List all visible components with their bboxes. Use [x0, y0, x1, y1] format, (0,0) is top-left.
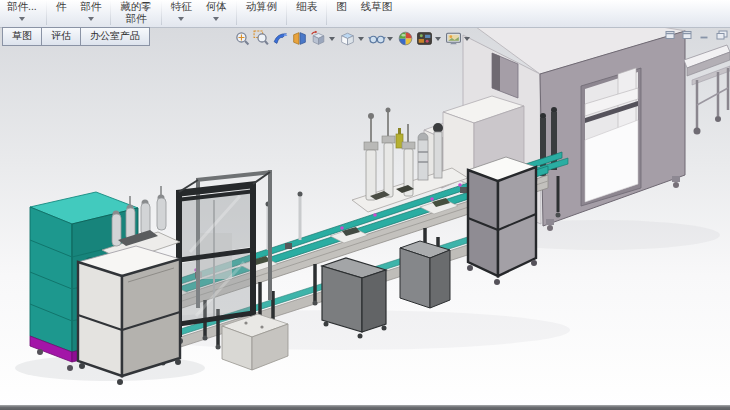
- toolbar-separator: [326, 1, 327, 25]
- chevron-down-icon: [213, 17, 219, 21]
- toolbar-separator: [161, 1, 162, 25]
- command-button-label: 线草图: [361, 1, 393, 12]
- command-button-label: 件: [56, 1, 67, 12]
- edit-appearance-icon[interactable]: [396, 29, 415, 48]
- command-manager-tabs: 草图 评估 办公室产品: [2, 27, 150, 46]
- command-button-label: 动算例: [246, 1, 278, 12]
- command-button-label: 图: [336, 1, 347, 12]
- command-button-move-component[interactable]: 部件: [73, 0, 108, 27]
- command-button-label: 部件: [80, 1, 101, 12]
- command-button-label: 藏的零: [120, 1, 152, 12]
- command-button-assembly-features[interactable]: 特征: [164, 0, 199, 27]
- command-button-label: 何体: [206, 1, 227, 12]
- zoom-to-fit-icon[interactable]: [233, 29, 252, 48]
- window-restore-icon[interactable]: [682, 30, 693, 40]
- graphics-viewport[interactable]: [0, 27, 730, 410]
- hide-show-items-icon[interactable]: [367, 29, 386, 48]
- tab-sketch[interactable]: 草图: [2, 27, 42, 46]
- apply-scene-icon[interactable]: [415, 29, 434, 48]
- command-button-reference-geometry[interactable]: 何体: [199, 0, 234, 27]
- command-button-bill-of-materials[interactable]: 细表: [289, 0, 324, 27]
- command-button-show-hidden-components[interactable]: 藏的零 部件: [113, 0, 159, 27]
- window-minimize-icon[interactable]: [699, 30, 710, 40]
- previous-view-icon[interactable]: [271, 29, 290, 48]
- command-button-label: 部件...: [7, 1, 37, 12]
- command-button-label: 部件: [126, 13, 147, 24]
- toolbar-separator: [110, 1, 111, 25]
- chevron-down-icon[interactable]: [435, 37, 441, 41]
- chevron-down-icon: [88, 17, 94, 21]
- display-style-icon[interactable]: [338, 29, 357, 48]
- heads-up-view-toolbar: [233, 29, 473, 48]
- command-button-label: 细表: [296, 1, 317, 12]
- chevron-down-icon[interactable]: [358, 37, 364, 41]
- tab-office-products[interactable]: 办公室产品: [81, 27, 150, 46]
- command-button-insert-component[interactable]: 件: [49, 0, 74, 27]
- toolbar-separator: [46, 1, 47, 25]
- chevron-down-icon: [19, 17, 25, 21]
- chevron-down-icon[interactable]: [387, 37, 393, 41]
- zoom-to-area-icon[interactable]: [252, 29, 271, 48]
- assembly-model: [0, 27, 730, 410]
- view-settings-icon[interactable]: [444, 29, 463, 48]
- chevron-down-icon[interactable]: [329, 37, 335, 41]
- status-bar: [0, 405, 730, 410]
- chevron-down-icon: [178, 17, 184, 21]
- window-restore-icon[interactable]: [665, 30, 676, 40]
- tab-evaluate[interactable]: 评估: [42, 27, 81, 46]
- document-window-controls: [665, 30, 728, 40]
- toolbar-separator: [236, 1, 237, 25]
- window-popout-icon[interactable]: [716, 30, 728, 40]
- command-button-label: 特征: [171, 1, 192, 12]
- section-view-icon[interactable]: [290, 29, 309, 48]
- command-button-components[interactable]: 部件...: [0, 0, 44, 27]
- command-button-motion-study[interactable]: 动算例: [239, 0, 285, 27]
- toolbar-separator: [286, 1, 287, 25]
- command-manager-toolbar: 部件... 件 部件 藏的零 部件 特征 何体 动算例 细表 图 线草图: [0, 0, 730, 28]
- command-button-line-sketch[interactable]: 线草图: [354, 0, 400, 27]
- command-button-exploded-view[interactable]: 图: [329, 0, 354, 27]
- view-orientation-icon[interactable]: [309, 29, 328, 48]
- chevron-down-icon[interactable]: [464, 37, 470, 41]
